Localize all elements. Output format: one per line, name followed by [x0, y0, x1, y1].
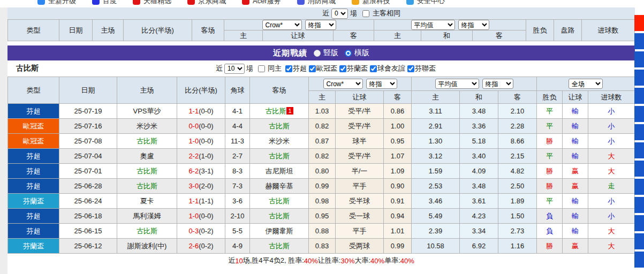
- side-nav-block[interactable]: [634, 88, 644, 104]
- corner-score: 8-3: [225, 164, 250, 179]
- league-filter-芬聯盃[interactable]: 芬聯盃: [405, 64, 436, 73]
- side-nav-block[interactable]: [634, 179, 644, 195]
- goals-result: 走: [588, 179, 635, 194]
- match-date: 25-06-15: [59, 224, 117, 239]
- league-checkbox[interactable]: [309, 65, 316, 72]
- red-card-badge: 1: [286, 107, 293, 115]
- side-nav-block[interactable]: [634, 197, 644, 213]
- average-select[interactable]: 平均值: [435, 79, 479, 89]
- scope-select[interactable]: 全场: [569, 79, 603, 89]
- handicap-away-odds: 0.94: [384, 209, 412, 224]
- avg-away-odds: 1.50: [498, 209, 537, 224]
- col-header-corner: 角球: [225, 77, 250, 104]
- handicap-line: 球半: [336, 134, 384, 149]
- side-nav-block[interactable]: [634, 15, 644, 31]
- odds-time-select[interactable]: 终指: [305, 20, 336, 30]
- side-nav-block[interactable]: [634, 252, 644, 268]
- match-count-select[interactable]: 0: [331, 9, 348, 19]
- side-nav-block[interactable]: [634, 70, 644, 86]
- corner-score: 4-1: [225, 104, 250, 119]
- bookmark-item[interactable]: 新浪科技: [352, 0, 390, 6]
- average-select[interactable]: 平均值: [411, 20, 455, 30]
- bookmark-favicon: [352, 0, 359, 5]
- home-team: 米沙米: [117, 119, 177, 134]
- company-select[interactable]: Crow*: [323, 79, 363, 89]
- handicap-home-odds: 0.82: [309, 119, 336, 134]
- same-home-away-checkbox[interactable]: [362, 10, 369, 17]
- company-select[interactable]: Crow*: [262, 20, 302, 30]
- handicap-home-odds: 0.88: [309, 224, 336, 239]
- corner-score: 11-3: [225, 134, 250, 149]
- handicap-line: 受平/半: [336, 149, 384, 164]
- league-checkbox[interactable]: [407, 65, 414, 72]
- bookmark-item[interactable]: 消防商城: [297, 0, 336, 6]
- league-checkbox[interactable]: [285, 65, 292, 72]
- bookmark-item[interactable]: 天猫精选: [133, 0, 171, 6]
- bookmark-item[interactable]: 安全中心: [406, 0, 445, 6]
- league-filter-球會友誼[interactable]: 球會友誼: [368, 64, 405, 73]
- away-team: 米沙米: [250, 134, 309, 149]
- avg-home-odds: 2.53: [412, 179, 460, 194]
- avg-draw-odds: 5.18: [460, 134, 498, 149]
- away-team: 古比斯: [250, 194, 309, 209]
- avg-home-odds: 3.11: [412, 104, 460, 119]
- handicap-away-odds: 0.95: [384, 134, 412, 149]
- avg-away-odds: 1.89: [498, 194, 537, 209]
- avg-home-odds: 5.49: [412, 209, 460, 224]
- league-badge: 芬蘭盃: [8, 239, 59, 254]
- home-team: 古比斯: [117, 164, 177, 179]
- home-team: 古比斯: [117, 179, 177, 194]
- side-nav-block[interactable]: [634, 124, 644, 140]
- league-badge: 芬超: [8, 149, 59, 164]
- side-nav-block[interactable]: [634, 161, 644, 177]
- league-filter-芬蘭盃[interactable]: 芬蘭盃: [337, 64, 368, 73]
- bookmark-item[interactable]: 京东商城: [187, 0, 226, 6]
- page-left-gutter: [0, 7, 7, 274]
- average-time-select[interactable]: 终指: [458, 20, 489, 30]
- col-header-handicap-result: 让球: [563, 91, 588, 104]
- side-nav-block[interactable]: [634, 106, 644, 122]
- team-match-count-select[interactable]: 10: [224, 64, 245, 74]
- home-team: 奧盧: [117, 149, 177, 164]
- bookmark-item[interactable]: Acer服务: [242, 0, 281, 6]
- handicap-away-odds: 0.90: [384, 179, 412, 194]
- league-checkbox[interactable]: [339, 65, 346, 72]
- side-nav-block[interactable]: [634, 233, 644, 249]
- handicap-home-odds: 0.87: [309, 134, 336, 149]
- odds-time-select[interactable]: 终指: [366, 79, 397, 89]
- league-filter-芬超[interactable]: 芬超: [283, 64, 307, 73]
- score-cell: 1-1(1-1): [177, 194, 225, 209]
- average-time-select[interactable]: 终指: [482, 79, 513, 89]
- summary-segment: 近: [228, 256, 235, 265]
- bookmark-item[interactable]: 百度: [92, 0, 117, 6]
- same-home-checkbox[interactable]: [258, 65, 265, 72]
- match-date: 25-06-24: [59, 194, 117, 209]
- match-date: 25-07-16: [59, 119, 117, 134]
- corner-score: 3-6: [225, 194, 250, 209]
- away-team: 赫爾辛基: [250, 179, 309, 194]
- match-result: 負: [537, 224, 563, 239]
- handicap-home-odds: 0.80: [309, 164, 336, 179]
- vertical-layout-radio[interactable]: 豎版: [314, 48, 338, 58]
- bookmark-item[interactable]: 全新升级: [37, 0, 76, 6]
- bookmarks-bar-inner: 全新升级百度天猫精选京东商城Acer服务消防商城新浪科技安全中心: [37, 0, 445, 7]
- summary-segment: 30%: [340, 257, 354, 265]
- handicap-away-odds: 1.07: [384, 149, 412, 164]
- avg-home-odds: 3.12: [412, 149, 460, 164]
- match-result: 平: [537, 194, 563, 209]
- side-nav-block[interactable]: [634, 215, 644, 231]
- side-nav-block[interactable]: [634, 142, 644, 158]
- score-cell: 1-1(0-0): [177, 104, 225, 119]
- league-filter-歐冠盃[interactable]: 歐冠盃: [307, 64, 337, 73]
- away-team: 古比斯: [250, 149, 309, 164]
- bookmark-favicon: [406, 0, 414, 5]
- league-checkbox[interactable]: [370, 65, 377, 72]
- horizontal-layout-radio[interactable]: 橫版: [345, 48, 369, 58]
- col-header-handicap-trend: 盘路: [554, 20, 582, 41]
- side-nav-block[interactable]: [634, 51, 644, 67]
- side-nav-block[interactable]: [634, 33, 644, 49]
- bookmark-label: 天猫精选: [143, 0, 171, 6]
- side-nav-strip: [634, 15, 644, 268]
- table-row: 芬蘭盃 25-06-24 夏卡 1-1(1-1) 3-6 古比斯 0.98 受半…: [8, 194, 635, 209]
- corner-score: 4-4: [225, 119, 250, 134]
